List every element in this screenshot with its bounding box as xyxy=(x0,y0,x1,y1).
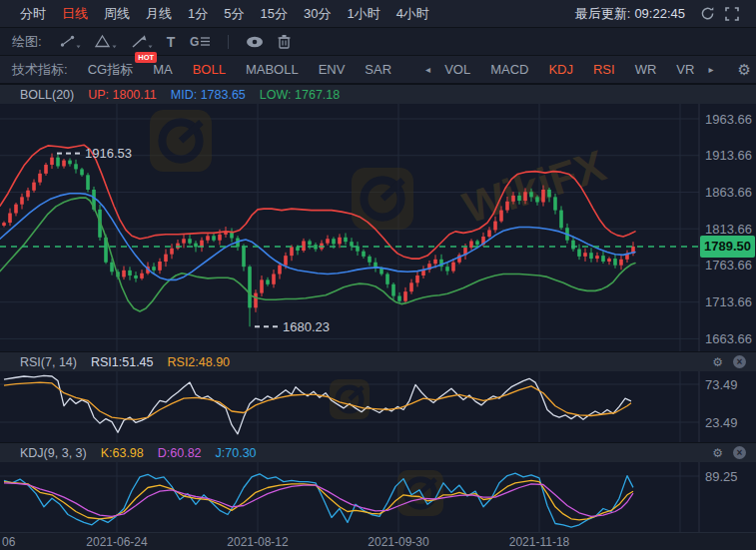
scroll-right-icon[interactable]: ▸ xyxy=(708,64,713,75)
svg-text:G: G xyxy=(190,35,199,49)
trendline-tool-icon[interactable] xyxy=(59,34,81,49)
indicator-maboll[interactable]: MABOLL xyxy=(246,62,299,77)
text-tool-icon[interactable]: T xyxy=(167,34,176,50)
tab-fenshi[interactable]: 分时 xyxy=(20,5,46,23)
indicator-ma[interactable]: MA xyxy=(153,62,173,77)
indicator-vr[interactable]: VR xyxy=(676,62,694,77)
indicator-sar[interactable]: SAR xyxy=(365,62,391,77)
price-annotation: 1680.23 xyxy=(283,319,330,334)
svg-text:1913.66: 1913.66 xyxy=(705,148,752,163)
svg-text:1863.66: 1863.66 xyxy=(705,185,752,200)
tab-15min[interactable]: 15分 xyxy=(260,5,287,23)
drawing-toolbar-label: 绘图: xyxy=(12,33,42,51)
indicator-macd[interactable]: MACD xyxy=(490,62,528,77)
main-chart-panel[interactable]: WikiFX1916.531680.231963.661913.661863.6… xyxy=(0,104,756,351)
timeframe-tab-bar: 分时 日线 周线 月线 1分 5分 15分 30分 1小时 4小时 最后更新: … xyxy=(0,0,756,28)
indicator-boll[interactable]: BOLL xyxy=(193,62,226,77)
drawing-toolbar: 绘图: T G xyxy=(0,28,756,56)
boll-name: BOLL(20) xyxy=(20,88,74,102)
scroll-left-icon[interactable]: ◂ xyxy=(425,64,430,75)
rsi-header: RSI(7, 14) RSI1:51.45 RSI2:48.90 ⚙ × xyxy=(0,351,756,371)
indicator-env[interactable]: ENV xyxy=(319,62,346,77)
x-axis-label: 06 xyxy=(2,535,15,549)
watermark-logo xyxy=(352,168,413,230)
kdj-close-icon[interactable]: × xyxy=(733,446,746,459)
rsi-close-icon[interactable]: × xyxy=(733,355,746,368)
tab-1min[interactable]: 1分 xyxy=(188,5,208,23)
indicator-rsi[interactable]: RSI xyxy=(593,62,615,77)
tab-1hour[interactable]: 1小时 xyxy=(347,5,379,23)
svg-text:1789.50: 1789.50 xyxy=(704,239,751,254)
indicator-wr[interactable]: WR xyxy=(635,62,657,77)
indicator-bar: 技术指标: CG指标 HOT MA BOLL MABOLL ENV SAR ◂ … xyxy=(0,56,756,84)
gann-tool-icon[interactable]: G xyxy=(189,34,211,49)
svg-text:1663.66: 1663.66 xyxy=(705,331,752,346)
tab-30min[interactable]: 30分 xyxy=(304,5,331,23)
kdj-settings-gear-icon[interactable]: ⚙ xyxy=(712,446,723,460)
tab-5min[interactable]: 5分 xyxy=(224,5,244,23)
svg-text:1963.66: 1963.66 xyxy=(705,112,752,127)
tab-weekly[interactable]: 周线 xyxy=(104,5,130,23)
svg-text:1713.66: 1713.66 xyxy=(705,294,752,309)
triangle-tool-icon[interactable] xyxy=(95,34,117,49)
rsi-panel[interactable]: 73.4923.49 xyxy=(0,371,756,442)
indicator-cg[interactable]: CG指标 HOT xyxy=(88,61,134,79)
kdj-name: KDJ(9, 3, 3) xyxy=(20,446,87,460)
rsi2-value: RSI2:48.90 xyxy=(168,355,231,369)
boll-up-value: UP: 1800.11 xyxy=(88,88,157,102)
svg-text:89.25: 89.25 xyxy=(705,469,738,484)
visibility-eye-icon[interactable] xyxy=(246,36,264,48)
boll-low-value: LOW: 1767.18 xyxy=(260,88,340,102)
rsi-settings-gear-icon[interactable]: ⚙ xyxy=(712,355,723,369)
kdj-header: KDJ(9, 3, 3) K:63.98 D:60.82 J:70.30 ⚙ × xyxy=(0,442,756,462)
x-axis-label: 2021-11-18 xyxy=(509,535,570,549)
boll-mid-value: MID: 1783.65 xyxy=(171,88,246,102)
kdj-panel[interactable]: 89.25 xyxy=(0,462,756,532)
last-update-time: 09:22:45 xyxy=(634,6,685,21)
indicator-bar-label: 技术指标: xyxy=(12,61,68,79)
trading-chart-app: 分时 日线 周线 月线 1分 5分 15分 30分 1小时 4小时 最后更新: … xyxy=(0,0,756,550)
x-axis-label: 2021-09-30 xyxy=(368,535,428,549)
kdj-k-value: K:63.98 xyxy=(101,446,144,460)
svg-text:WikiFX: WikiFX xyxy=(457,141,611,233)
x-axis: 062021-06-242021-08-122021-09-302021-11-… xyxy=(0,532,756,550)
svg-text:1763.66: 1763.66 xyxy=(705,258,752,273)
kdj-d-value: D:60.82 xyxy=(158,446,202,460)
watermark-logo xyxy=(150,110,212,172)
svg-text:23.49: 23.49 xyxy=(705,415,738,430)
kdj-j-value: J:70.30 xyxy=(216,446,257,460)
price-annotation: 1916.53 xyxy=(85,146,132,161)
x-axis-label: 2021-06-24 xyxy=(86,535,147,549)
hot-badge: HOT xyxy=(135,52,157,63)
fullscreen-icon[interactable] xyxy=(725,7,739,21)
trash-icon[interactable] xyxy=(278,34,291,49)
svg-text:1813.66: 1813.66 xyxy=(705,222,752,237)
tab-monthly[interactable]: 月线 xyxy=(146,5,172,23)
indicator-kdj[interactable]: KDJ xyxy=(548,62,573,77)
indicator-vol[interactable]: VOL xyxy=(444,62,470,77)
arrow-tool-icon[interactable] xyxy=(131,34,153,49)
boll-header: BOLL(20) UP: 1800.11 MID: 1783.65 LOW: 1… xyxy=(0,84,756,104)
tab-daily[interactable]: 日线 xyxy=(62,5,88,23)
tab-4hour[interactable]: 4小时 xyxy=(396,5,429,23)
x-axis-label: 2021-08-12 xyxy=(227,535,288,549)
divider xyxy=(228,35,229,49)
indicator-settings-gear-icon[interactable]: ⚙ xyxy=(737,61,750,79)
rsi1-value: RSI1:51.45 xyxy=(91,355,154,369)
rsi-name: RSI(7, 14) xyxy=(20,355,77,369)
watermark-logo xyxy=(330,379,370,419)
refresh-icon[interactable] xyxy=(700,6,715,21)
svg-text:73.49: 73.49 xyxy=(705,377,738,392)
last-update-label: 最后更新: xyxy=(575,5,631,23)
